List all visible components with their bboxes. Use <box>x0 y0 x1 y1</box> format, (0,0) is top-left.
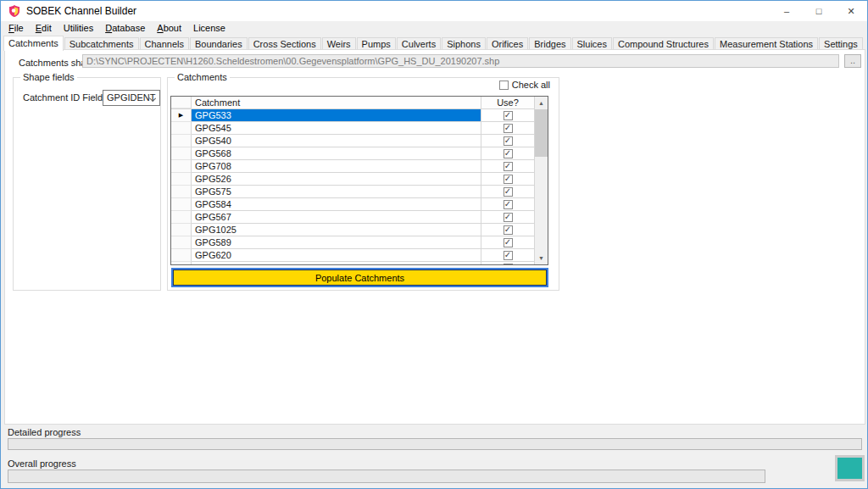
grid-header-row: Catchment Use? <box>171 97 535 109</box>
tab-cross-sections[interactable]: Cross Sections <box>248 37 321 50</box>
tab-boundaries[interactable]: Boundaries <box>190 37 248 50</box>
tab-sluices[interactable]: Sluices <box>572 37 612 50</box>
catchment-cell[interactable]: GPG533 <box>192 109 481 122</box>
grid-row-gpg533[interactable]: ▶GPG533✓ <box>171 109 535 122</box>
menu-item-database[interactable]: Database <box>99 22 151 34</box>
check-all-label: Check all <box>512 80 550 90</box>
use-checkbox[interactable]: ✓ <box>504 162 513 171</box>
grid-header-catchment[interactable]: Catchment <box>192 97 481 108</box>
shapefile-path-input[interactable]: D:\SYNC\PROJECTEN\H1260.Scheldestromen\0… <box>82 54 839 68</box>
row-header[interactable] <box>171 160 192 173</box>
tab-settings[interactable]: Settings <box>819 37 863 50</box>
browse-button[interactable]: .. <box>844 54 861 68</box>
catchment-cell[interactable]: GPG545 <box>192 122 481 135</box>
minimize-button[interactable]: – <box>771 1 803 21</box>
row-header[interactable] <box>171 198 192 211</box>
check-all-checkbox[interactable] <box>499 81 509 90</box>
catchment-cell[interactable]: GPG541 <box>192 262 481 264</box>
row-header[interactable] <box>171 236 192 249</box>
grid-header-rowhead <box>171 97 192 108</box>
tab-subcatchments[interactable]: Subcatchments <box>64 37 139 50</box>
grid-row-gpg541[interactable]: GPG541✓ <box>171 262 535 264</box>
grid-row-gpg589[interactable]: GPG589✓ <box>171 236 535 249</box>
menu-item-file[interactable]: File <box>3 22 30 34</box>
menu-item-about[interactable]: About <box>151 22 187 34</box>
tab-orifices[interactable]: Orifices <box>487 37 528 50</box>
tab-page-catchments: Catchments shapefile: D:\SYNC\PROJECTEN\… <box>4 49 865 425</box>
menu-item-edit[interactable]: Edit <box>30 22 58 34</box>
tab-channels[interactable]: Channels <box>140 37 189 50</box>
grid-scrollbar[interactable]: ▲ ▼ <box>535 97 548 264</box>
catchment-cell[interactable]: GPG620 <box>192 249 481 262</box>
catchment-cell[interactable]: GPG540 <box>192 135 481 147</box>
grid-row-gpg584[interactable]: GPG584✓ <box>171 198 535 211</box>
catchment-cell[interactable]: GPG589 <box>192 236 481 249</box>
tab-catchments[interactable]: Catchments <box>3 36 64 51</box>
catchment-cell[interactable]: GPG708 <box>192 160 481 173</box>
catchment-cell[interactable]: GPG526 <box>192 173 481 186</box>
row-header[interactable] <box>171 186 192 198</box>
row-header[interactable] <box>171 122 192 135</box>
row-header[interactable] <box>171 262 192 264</box>
use-checkbox[interactable]: ✓ <box>504 200 513 209</box>
use-checkbox[interactable]: ✓ <box>504 111 513 120</box>
menu-item-utilities[interactable]: Utilities <box>58 22 99 34</box>
use-cell: ✓ <box>481 186 535 198</box>
grid-row-gpg1025[interactable]: GPG1025✓ <box>171 224 535 236</box>
tab-pumps[interactable]: Pumps <box>357 37 396 50</box>
populate-catchments-button[interactable]: Populate Catchments <box>171 268 548 287</box>
catchment-cell[interactable]: GPG568 <box>192 147 481 160</box>
row-header[interactable] <box>171 173 192 186</box>
scroll-down-icon[interactable]: ▼ <box>535 252 548 264</box>
tab-bridges[interactable]: Bridges <box>529 37 570 50</box>
shape-fields-title: Shape fields <box>20 72 77 82</box>
use-checkbox[interactable]: ✓ <box>504 175 513 184</box>
catchment-id-field-select[interactable]: GPGIDENT <box>103 90 160 106</box>
row-header[interactable] <box>171 249 192 262</box>
use-checkbox[interactable]: ✓ <box>504 187 513 197</box>
grid-row-gpg526[interactable]: GPG526✓ <box>171 173 535 186</box>
tab-weirs[interactable]: Weirs <box>322 37 356 50</box>
maximize-button[interactable]: □ <box>803 1 835 21</box>
detailed-progress-bar <box>8 438 862 450</box>
row-header[interactable] <box>171 211 192 224</box>
use-checkbox[interactable]: ✓ <box>504 124 513 133</box>
use-checkbox[interactable]: ✓ <box>504 264 513 265</box>
grid-row-gpg708[interactable]: GPG708✓ <box>171 160 535 173</box>
catchments-group: Catchments Check all Catchment Use? ▶GPG… <box>167 77 559 291</box>
row-header[interactable] <box>171 224 192 236</box>
tab-siphons[interactable]: Siphons <box>442 37 486 50</box>
tab-culverts[interactable]: Culverts <box>397 37 441 50</box>
close-button[interactable]: ✕ <box>835 1 867 21</box>
shape-fields-group: Shape fields Catchment ID Field: GPGIDEN… <box>13 77 161 291</box>
tab-compound-structures[interactable]: Compound Structures <box>613 37 714 50</box>
menu-item-license[interactable]: License <box>187 22 231 34</box>
current-row-arrow-icon[interactable]: ▶ <box>171 109 192 122</box>
catchment-cell[interactable]: GPG575 <box>192 186 481 198</box>
grid-row-gpg545[interactable]: GPG545✓ <box>171 122 535 135</box>
row-header[interactable] <box>171 147 192 160</box>
grid-row-gpg620[interactable]: GPG620✓ <box>171 249 535 262</box>
grid-row-gpg568[interactable]: GPG568✓ <box>171 147 535 160</box>
catchment-cell[interactable]: GPG567 <box>192 211 481 224</box>
scroll-up-icon[interactable]: ▲ <box>535 97 548 109</box>
grid-row-gpg540[interactable]: GPG540✓ <box>171 135 535 147</box>
tab-measurement-stations[interactable]: Measurement Stations <box>715 37 818 50</box>
use-checkbox[interactable]: ✓ <box>504 225 513 235</box>
use-checkbox[interactable]: ✓ <box>504 136 513 146</box>
grid-header-use[interactable]: Use? <box>481 97 535 108</box>
tab-strip: CatchmentsSubcatchmentsChannelsBoundarie… <box>1 35 867 50</box>
use-cell: ✓ <box>481 122 535 135</box>
grid-row-gpg567[interactable]: GPG567✓ <box>171 211 535 224</box>
use-checkbox[interactable]: ✓ <box>504 251 513 260</box>
row-header[interactable] <box>171 135 192 147</box>
use-checkbox[interactable]: ✓ <box>504 149 513 158</box>
scrollbar-thumb[interactable] <box>535 109 548 157</box>
use-cell: ✓ <box>481 160 535 173</box>
catchment-cell[interactable]: GPG584 <box>192 198 481 211</box>
catchments-grid: Catchment Use? ▶GPG533✓GPG545✓GPG540✓GPG… <box>170 96 548 265</box>
use-checkbox[interactable]: ✓ <box>504 238 513 247</box>
use-checkbox[interactable]: ✓ <box>504 213 513 222</box>
catchment-cell[interactable]: GPG1025 <box>192 224 481 236</box>
grid-row-gpg575[interactable]: GPG575✓ <box>171 186 535 198</box>
